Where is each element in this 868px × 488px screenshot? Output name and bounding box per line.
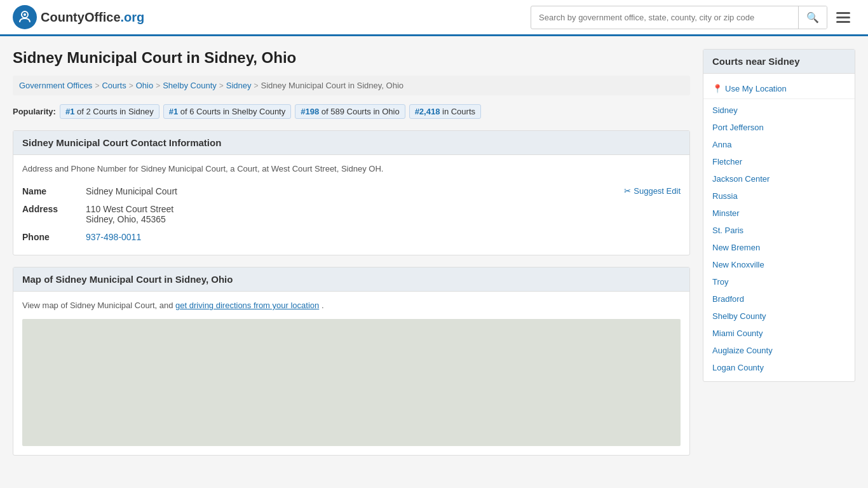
sidebar-item-logan-county: Logan County: [703, 359, 855, 376]
sidebar-link-new-bremen[interactable]: New Bremen: [712, 243, 760, 252]
sidebar-link-anna[interactable]: Anna: [712, 140, 731, 149]
sidebar-item-st-paris: St. Paris: [703, 222, 855, 239]
contact-name-row: Name Sidney Municipal Court ✂ Suggest Ed…: [22, 182, 681, 200]
pop-badge-2: #1 of 6 Courts in Shelby County: [163, 104, 292, 119]
sidebar-link-bradford[interactable]: Bradford: [712, 294, 744, 304]
map-placeholder: [22, 319, 681, 446]
address-label: Address: [22, 200, 86, 228]
breadcrumb-sep: >: [156, 81, 160, 90]
sidebar-link-logan-county[interactable]: Logan County: [712, 363, 764, 372]
directions-link[interactable]: get driving directions from your locatio…: [175, 301, 319, 310]
sidebar-item-anna: Anna: [703, 136, 855, 153]
breadcrumb-link-gov[interactable]: Government Offices: [19, 81, 92, 90]
search-input[interactable]: [531, 8, 798, 27]
map-section: Map of Sidney Municipal Court in Sidney,…: [13, 267, 690, 456]
sidebar-item-troy: Troy: [703, 273, 855, 290]
sidebar-item-russia: Russia: [703, 187, 855, 205]
search-input-wrap: 🔍: [531, 6, 827, 29]
use-location-row: 📍 Use My Location: [703, 79, 855, 96]
sidebar-link-minster[interactable]: Minster: [712, 208, 740, 218]
court-name: Sidney Municipal Court: [86, 186, 177, 196]
sidebar-link-fletcher[interactable]: Fletcher: [712, 157, 742, 166]
menu-button[interactable]: [831, 10, 855, 25]
sidebar-item-new-bremen: New Bremen: [703, 239, 855, 256]
sidebar-link-port-jefferson[interactable]: Port Jefferson: [712, 123, 764, 132]
sidebar-link-new-knoxville[interactable]: New Knoxville: [712, 260, 764, 269]
pop-badge-1-num: #1: [65, 107, 74, 116]
sidebar-item-port-jefferson: Port Jefferson: [703, 119, 855, 136]
name-value-cell: Sidney Municipal Court ✂ Suggest Edit: [86, 182, 681, 200]
sidebar-section: Courts near Sidney 📍 Use My Location Sid…: [703, 49, 855, 382]
map-section-body: View map of Sidney Municipal Court, and …: [13, 292, 689, 455]
menu-line: [836, 17, 850, 18]
breadcrumb-link-courts[interactable]: Courts: [102, 81, 126, 90]
sidebar-item-sidney: Sidney: [703, 102, 855, 119]
phone-label: Phone: [22, 228, 86, 246]
pop-badge-4: #2,418 in Courts: [409, 104, 481, 119]
sidebar-link-sidney[interactable]: Sidney: [712, 105, 738, 115]
sidebar-link-troy[interactable]: Troy: [712, 277, 729, 287]
use-location-link[interactable]: Use My Location: [725, 84, 787, 93]
contact-section-header: Sidney Municipal Court Contact Informati…: [13, 131, 689, 155]
sidebar-item-jackson-center: Jackson Center: [703, 170, 855, 187]
contact-description: Address and Phone Number for Sidney Muni…: [22, 164, 681, 173]
address-line2: Sidney, Ohio, 45365: [86, 214, 681, 224]
sidebar-link-shelby-county[interactable]: Shelby County: [712, 311, 766, 321]
content-area: Sidney Municipal Court in Sidney, Ohio G…: [13, 49, 690, 467]
breadcrumb-sep: >: [95, 81, 99, 90]
address-line1: 110 West Court Street: [86, 204, 681, 214]
pop-badge-3: #198 of 589 Courts in Ohio: [295, 104, 405, 119]
sidebar-item-auglaize-county: Auglaize County: [703, 342, 855, 359]
logo-text: CountyOffice.org: [41, 10, 144, 25]
sidebar-item-shelby-county: Shelby County: [703, 308, 855, 325]
search-area: 🔍: [531, 6, 855, 29]
contact-address-row: Address 110 West Court Street Sidney, Oh…: [22, 200, 681, 228]
breadcrumb-link-shelby[interactable]: Shelby County: [163, 81, 217, 90]
contact-section-body: Address and Phone Number for Sidney Muni…: [13, 155, 689, 255]
pop-badge-3-num: #198: [301, 107, 319, 116]
sidebar-list: 📍 Use My Location Sidney Port Jefferson …: [703, 74, 855, 381]
breadcrumb-link-ohio[interactable]: Ohio: [136, 81, 153, 90]
menu-line: [836, 12, 850, 14]
address-value: 110 West Court Street Sidney, Ohio, 4536…: [86, 200, 681, 228]
map-description: View map of Sidney Municipal Court, and …: [22, 301, 681, 310]
search-icon: 🔍: [806, 12, 819, 23]
main-container: Sidney Municipal Court in Sidney, Ohio G…: [0, 36, 868, 467]
sidebar-item-bradford: Bradford: [703, 290, 855, 308]
sidebar-header: Courts near Sidney: [703, 50, 855, 74]
suggest-edit-link[interactable]: ✂ Suggest Edit: [624, 186, 681, 196]
logo-area: CountyOffice.org: [13, 5, 144, 29]
pop-badge-4-num: #2,418: [415, 107, 440, 116]
sidebar-divider: [703, 98, 855, 99]
sidebar-item-miami-county: Miami County: [703, 325, 855, 342]
breadcrumb-link-sidney[interactable]: Sidney: [226, 81, 252, 90]
sidebar-item-minster: Minster: [703, 205, 855, 222]
breadcrumb: Government Offices > Courts > Ohio > She…: [13, 76, 690, 95]
popularity-label: Popularity:: [13, 107, 56, 116]
svg-point-1: [24, 13, 26, 16]
sidebar-link-auglaize-county[interactable]: Auglaize County: [712, 346, 773, 355]
contact-phone-row: Phone 937-498-0011: [22, 228, 681, 246]
suggest-edit-icon: ✂: [624, 186, 631, 196]
suggest-edit-label: Suggest Edit: [634, 186, 681, 196]
sidebar-link-st-paris[interactable]: St. Paris: [712, 226, 743, 235]
sidebar-link-russia[interactable]: Russia: [712, 191, 738, 201]
contact-section: Sidney Municipal Court Contact Informati…: [13, 130, 690, 255]
pop-badge-2-num: #1: [169, 107, 178, 116]
page-title: Sidney Municipal Court in Sidney, Ohio: [13, 49, 690, 67]
breadcrumb-sep: >: [254, 81, 259, 90]
phone-value: 937-498-0011: [86, 228, 681, 246]
sidebar-link-miami-county[interactable]: Miami County: [712, 329, 763, 338]
menu-line: [836, 21, 850, 23]
contact-table: Name Sidney Municipal Court ✂ Suggest Ed…: [22, 182, 681, 246]
phone-link[interactable]: 937-498-0011: [86, 232, 141, 242]
popularity-bar: Popularity: #1 of 2 Courts in Sidney #1 …: [13, 104, 690, 119]
site-header: CountyOffice.org 🔍: [0, 0, 868, 36]
breadcrumb-sep: >: [219, 81, 224, 90]
sidebar-link-jackson-center[interactable]: Jackson Center: [712, 174, 770, 184]
sidebar-item-new-knoxville: New Knoxville: [703, 256, 855, 273]
search-button[interactable]: 🔍: [798, 6, 827, 29]
sidebar: Courts near Sidney 📍 Use My Location Sid…: [703, 49, 855, 467]
map-section-header: Map of Sidney Municipal Court in Sidney,…: [13, 268, 689, 292]
name-label: Name: [22, 182, 86, 200]
